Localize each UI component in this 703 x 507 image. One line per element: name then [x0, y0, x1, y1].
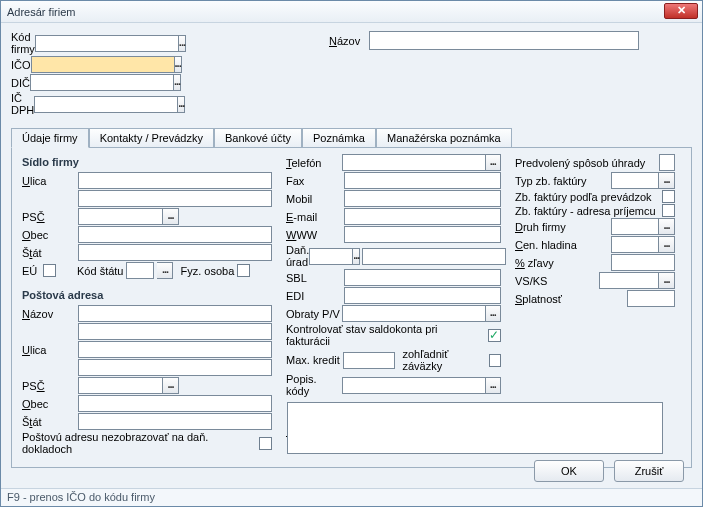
label-zohladnit: zohľadniť záväzky — [402, 348, 485, 372]
label-max-kredit: Max. kredit — [286, 354, 340, 366]
dan-urad-picker[interactable]: ... — [353, 248, 360, 265]
sidlo-obec-input[interactable] — [78, 226, 272, 243]
www-input[interactable] — [344, 226, 501, 243]
sidlo-psc-input[interactable] — [78, 208, 163, 225]
vsks-input[interactable] — [599, 272, 659, 289]
posta-nazov-2[interactable] — [78, 323, 272, 340]
tab-manazerska[interactable]: Manažérska poznámka — [376, 128, 512, 148]
email-input[interactable] — [344, 208, 501, 225]
dan-urad-input[interactable] — [309, 248, 353, 265]
label-obraty-pv: Obraty P/V — [286, 308, 342, 320]
predvoleny-input[interactable] — [659, 154, 675, 171]
sidlo-ulica-2[interactable] — [78, 190, 272, 207]
posta-ulica-1[interactable] — [78, 341, 272, 358]
zb-prev-checkbox[interactable] — [662, 190, 675, 203]
label-posta-hide: Poštovú adresu nezobrazovať na daň. dokl… — [22, 431, 255, 455]
label-email: E-mail — [286, 211, 344, 223]
label-nazov: Názov — [329, 35, 369, 47]
popis-kody-picker[interactable]: ... — [486, 377, 501, 394]
typ-zb-input[interactable] — [611, 172, 659, 189]
sidlo-ulica-1[interactable] — [78, 172, 272, 189]
heading-posta: Poštová adresa — [22, 289, 272, 301]
posta-psc-picker[interactable]: ... — [163, 377, 179, 394]
zb-prij-checkbox[interactable] — [662, 204, 675, 217]
tabstrip: Údaje firmy Kontakty / Prevádzky Bankové… — [11, 127, 692, 148]
mobil-input[interactable] — [344, 190, 501, 207]
tab-poznamka[interactable]: Poznámka — [302, 128, 376, 148]
obraty-pv-input[interactable] — [342, 305, 486, 322]
label-ico: IČO — [11, 59, 31, 71]
heading-sidlo: Sídlo firmy — [22, 156, 272, 168]
dan-urad-text[interactable] — [362, 248, 506, 265]
label-posta-obec: Obec — [22, 398, 78, 410]
cen-hladina-picker[interactable]: ... — [659, 236, 675, 253]
cen-hladina-input[interactable] — [611, 236, 659, 253]
ic-dph-input[interactable] — [34, 96, 178, 113]
splatnost-input[interactable] — [627, 290, 675, 307]
tab-kontakty[interactable]: Kontakty / Prevádzky — [89, 128, 214, 148]
typ-zb-picker[interactable]: ... — [659, 172, 675, 189]
ico-input[interactable] — [31, 56, 175, 73]
posta-hide-checkbox[interactable] — [259, 437, 272, 450]
ok-button[interactable]: OK — [534, 460, 604, 482]
informacia-text[interactable] — [287, 402, 663, 454]
label-fyz-osoba: Fyz. osoba — [180, 265, 234, 277]
telefon-input[interactable] — [342, 154, 486, 171]
label-sidlo-stat: Štát — [22, 247, 78, 259]
posta-stat-input[interactable] — [78, 413, 272, 430]
eu-checkbox[interactable] — [43, 264, 56, 277]
popis-kody-input[interactable] — [342, 377, 486, 394]
max-kredit-input[interactable] — [343, 352, 395, 369]
label-kod-statu: Kód štátu — [77, 265, 123, 277]
label-zb-prev: Zb. faktúry podľa prevádzok — [515, 191, 662, 203]
label-posta-stat: Štát — [22, 416, 78, 428]
fyz-osoba-checkbox[interactable] — [237, 264, 250, 277]
sidlo-stat-input[interactable] — [78, 244, 272, 261]
nazov-input[interactable] — [369, 31, 639, 50]
label-posta-psc: PSČ — [22, 380, 78, 392]
label-posta-ulica: Ulica — [22, 344, 78, 356]
zohladnit-checkbox[interactable] — [489, 354, 501, 367]
obraty-pv-picker[interactable]: ... — [486, 305, 501, 322]
label-www: WWW — [286, 229, 344, 241]
tab-udaje-firmy[interactable]: Údaje firmy — [11, 128, 89, 148]
label-telefon: Telefón — [286, 157, 342, 169]
druh-firmy-picker[interactable]: ... — [659, 218, 675, 235]
kod-statu-input[interactable] — [126, 262, 154, 279]
label-typ-zb: Typ zb. faktúry — [515, 175, 611, 187]
posta-ulica-2[interactable] — [78, 359, 272, 376]
cancel-button[interactable]: Zrušiť — [614, 460, 684, 482]
label-kod-firmy: Kód firmy — [11, 31, 35, 55]
label-vsks: VS/KS — [515, 275, 599, 287]
label-eu: EÚ — [22, 265, 40, 277]
label-dic: DIČ — [11, 77, 30, 89]
vsks-picker[interactable]: ... — [659, 272, 675, 289]
dic-input[interactable] — [30, 74, 174, 91]
fax-input[interactable] — [344, 172, 501, 189]
kod-statu-picker[interactable]: ... — [157, 262, 173, 279]
posta-obec-input[interactable] — [78, 395, 272, 412]
sbl-input[interactable] — [344, 269, 501, 286]
titlebar: Adresár firiem ✕ — [1, 1, 702, 23]
sidlo-psc-picker[interactable]: ... — [163, 208, 179, 225]
posta-nazov-1[interactable] — [78, 305, 272, 322]
label-cen-hladina: Cen. hladina — [515, 239, 611, 251]
close-button[interactable]: ✕ — [664, 3, 698, 19]
edi-input[interactable] — [344, 287, 501, 304]
tab-bankove-ucty[interactable]: Bankové účty — [214, 128, 302, 148]
label-popis-kody: Popis. kódy — [286, 373, 342, 397]
label-zb-prij: Zb. faktúry - adresa príjemcu — [515, 205, 662, 217]
druh-firmy-input[interactable] — [611, 218, 659, 235]
posta-psc-input[interactable] — [78, 377, 163, 394]
status-bar: F9 - prenos IČO do kódu firmy — [1, 488, 702, 506]
label-splatnost: Splatnosť — [515, 293, 627, 305]
label-sbl: SBL — [286, 272, 344, 284]
telefon-picker[interactable]: ... — [486, 154, 501, 171]
pct-zlavy-input[interactable] — [611, 254, 675, 271]
label-sidlo-psc: PSČ — [22, 211, 78, 223]
kod-firmy-input[interactable] — [35, 35, 179, 52]
window-title: Adresár firiem — [7, 6, 75, 18]
kontrolovat-checkbox[interactable] — [488, 329, 501, 342]
label-edi: EDI — [286, 290, 344, 302]
label-pct-zlavy: % zľavy — [515, 257, 611, 269]
